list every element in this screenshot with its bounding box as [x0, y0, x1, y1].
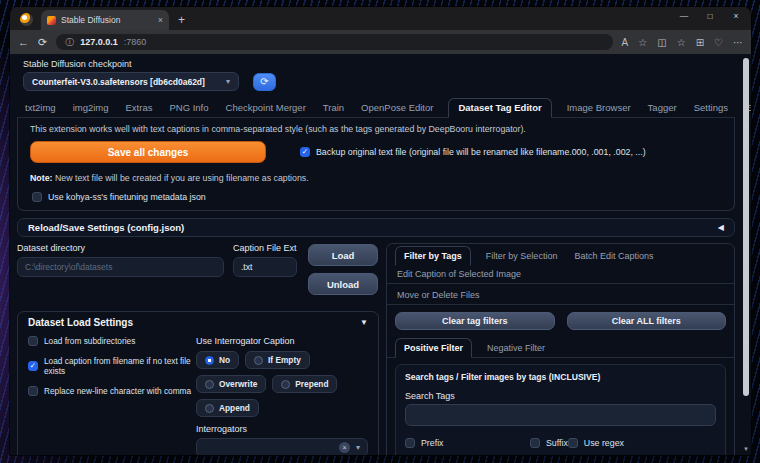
- radio-icon: [205, 356, 214, 365]
- dataset-load-settings-panel: Dataset Load Settings ▼ ✓ Load from subd…: [17, 311, 379, 455]
- app-tab[interactable]: Image Browser: [565, 99, 633, 117]
- app-tab[interactable]: PNG Info: [167, 99, 210, 117]
- extension-info-text: This extension works well with text capt…: [30, 124, 722, 134]
- profile-avatar-icon[interactable]: [20, 13, 33, 26]
- use-interrogator-caption-label: Use Interrogator Caption: [196, 336, 368, 346]
- maximize-button[interactable]: □: [697, 7, 723, 27]
- site-info-icon[interactable]: ⓘ: [65, 36, 74, 49]
- browser-essentials-icon[interactable]: ♡: [714, 37, 723, 48]
- scrollbar-thumb[interactable]: [743, 58, 749, 396]
- search-tags-input[interactable]: [405, 404, 716, 426]
- note-text: Note: New text file will be created if y…: [30, 173, 722, 183]
- new-tab-button[interactable]: +: [178, 13, 185, 27]
- app-tab[interactable]: Train: [321, 99, 346, 117]
- left-column: Dataset directory Caption File Ext Load …: [17, 243, 379, 455]
- chevron-down-icon: ▾: [356, 443, 360, 452]
- more-icon[interactable]: ⋯: [733, 37, 743, 48]
- toolbar-icons: A☆◫☆⊞♡⋯: [622, 37, 743, 48]
- checkpoint-value: Counterfeit-V3.0.safetensors [db6cd0a62d…: [32, 77, 205, 87]
- checkpoint-dropdown[interactable]: Counterfeit-V3.0.safetensors [db6cd0a62d…: [23, 72, 239, 91]
- clear-icon[interactable]: ×: [339, 442, 350, 453]
- checkpoint-label: Stable Diffusion checkpoint: [23, 59, 735, 69]
- reload-save-settings-accordion[interactable]: Reload/Save Settings (config.json) ◀: [17, 218, 735, 237]
- search-option-checkbox[interactable]: ✓ Use regex: [568, 438, 624, 448]
- clear-tag-filters-button[interactable]: Clear tag filters: [395, 312, 555, 330]
- split-screen-icon[interactable]: ◫: [657, 37, 666, 48]
- filter-tab[interactable]: Batch Edit Captions: [572, 247, 655, 265]
- save-all-changes-button[interactable]: Save all changes: [30, 141, 266, 163]
- favorite-icon[interactable]: ☆: [638, 37, 647, 48]
- backup-original-checkbox[interactable]: ✓ Backup original text file (original fi…: [300, 147, 646, 157]
- tab-title: Stable Diffusion: [61, 15, 153, 25]
- app-tab[interactable]: Tagger: [646, 99, 679, 117]
- app-tab[interactable]: Checkpoint Merger: [224, 99, 308, 117]
- checkbox-box: ✓: [32, 192, 42, 202]
- unload-button[interactable]: Unload: [308, 273, 378, 295]
- desktop: Stable Diffusion × + — □ × ← ⟳ ⓘ 127.0.0…: [0, 0, 760, 463]
- tab-close-icon[interactable]: ×: [158, 15, 163, 25]
- interrogators-dropdown[interactable]: × ▾: [196, 438, 368, 455]
- clear-all-filters-button[interactable]: Clear ALL filters: [567, 312, 727, 330]
- radio-icon: [254, 356, 263, 365]
- url-host: 127.0.0.1: [80, 37, 118, 47]
- app-tab[interactable]: Settings: [692, 99, 730, 117]
- interrogator-caption-radio[interactable]: If Empty: [245, 351, 310, 369]
- load-settings-checkbox[interactable]: ✓ Replace new-line character with comma: [28, 386, 196, 396]
- browser-tab-strip: Stable Diffusion × + — □ ×: [10, 7, 751, 30]
- accordion-expanded-icon: ▼: [360, 318, 368, 327]
- load-button[interactable]: Load: [308, 244, 378, 266]
- interrogator-caption-radio[interactable]: No: [196, 351, 239, 369]
- app-tab[interactable]: Extras: [124, 99, 155, 117]
- polarity-filter-tab[interactable]: Positive Filter: [395, 338, 472, 358]
- app-tab[interactable]: Dataset Tag Editor: [448, 98, 551, 118]
- browser-tab[interactable]: Stable Diffusion ×: [41, 10, 169, 30]
- dataset-tag-editor-page: Stable Diffusion checkpoint Counterfeit-…: [10, 54, 751, 455]
- search-tags-header: Search tags / Filter images by tags (INC…: [405, 372, 716, 382]
- url-port: :7860: [124, 37, 147, 47]
- minimize-button[interactable]: —: [671, 7, 697, 27]
- interrogators-label: Interrogators: [196, 424, 368, 434]
- app-tab[interactable]: img2img: [71, 99, 111, 117]
- radio-icon: [281, 380, 290, 389]
- page-scrollbar[interactable]: ▾: [742, 56, 750, 455]
- check-icon: ✓: [302, 148, 308, 156]
- back-icon[interactable]: ←: [18, 36, 29, 48]
- positive-filter-panel: Search tags / Filter images by tags (INC…: [395, 364, 726, 455]
- close-button[interactable]: ×: [723, 7, 749, 27]
- dataset-directory-label: Dataset directory: [17, 243, 224, 253]
- kohya-metadata-checkbox[interactable]: ✓ Use kohya-ss's finetuning metadata jso…: [32, 192, 722, 202]
- refresh-checkpoint-button[interactable]: ⟳: [253, 73, 276, 91]
- search-option-checkbox[interactable]: ✓ Prefix: [405, 438, 530, 448]
- address-bar[interactable]: ⓘ 127.0.0.1 :7860: [56, 34, 612, 50]
- interrogator-caption-radio[interactable]: Prepend: [272, 375, 337, 393]
- polarity-filter-tab[interactable]: Negative Filter: [485, 339, 547, 357]
- scroll-down-icon[interactable]: ▾: [742, 445, 750, 453]
- dataset-directory-input[interactable]: [17, 257, 224, 277]
- accordion-collapsed-icon: ◀: [718, 223, 724, 232]
- load-settings-checkbox[interactable]: ✓ Load caption from filename if no text …: [28, 356, 196, 376]
- filter-tab[interactable]: Edit Caption of Selected Image: [395, 265, 523, 283]
- web-page: Stable Diffusion checkpoint Counterfeit-…: [10, 54, 751, 455]
- filter-tab[interactable]: Filter by Selection: [484, 247, 560, 265]
- refresh-icon[interactable]: ⟳: [38, 36, 47, 49]
- favorites-bar-icon[interactable]: ☆: [677, 37, 686, 48]
- read-aloud-icon[interactable]: A: [622, 37, 629, 48]
- checkbox-label: Use kohya-ss's finetuning metadata json: [48, 192, 206, 202]
- interrogator-caption-radio[interactable]: Overwrite: [196, 375, 266, 393]
- browser-window: Stable Diffusion × + — □ × ← ⟳ ⓘ 127.0.0…: [10, 7, 751, 455]
- filter-tab[interactable]: Move or Delete Files: [395, 286, 482, 304]
- window-controls: — □ ×: [671, 7, 749, 27]
- app-tab-bar: txt2imgimg2imgExtrasPNG InfoCheckpoint M…: [17, 98, 735, 118]
- collections-icon[interactable]: ⊞: [696, 37, 704, 48]
- filter-tab[interactable]: Filter by Tags: [395, 246, 471, 266]
- dataset-load-settings-header[interactable]: Dataset Load Settings ▼: [28, 317, 368, 328]
- interrogator-caption-radio[interactable]: Append: [196, 399, 259, 417]
- caption-file-ext-label: Caption File Ext: [233, 243, 297, 253]
- caption-file-ext-input[interactable]: [233, 257, 297, 277]
- search-option-checkbox[interactable]: ✓ Suffix: [530, 438, 568, 448]
- app-tab[interactable]: OpenPose Editor: [359, 99, 435, 117]
- tab-favicon: [47, 16, 56, 25]
- app-tab[interactable]: txt2img: [23, 99, 58, 117]
- load-settings-checkbox[interactable]: ✓ Load from subdirectories: [28, 336, 196, 346]
- radio-icon: [205, 380, 214, 389]
